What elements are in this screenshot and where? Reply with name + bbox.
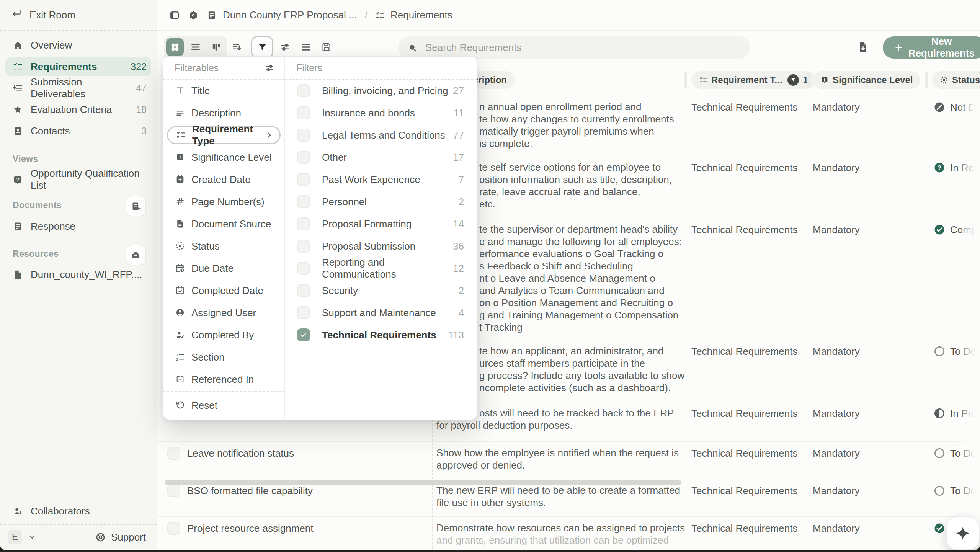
- new-requirements-button[interactable]: + New Requirements: [883, 36, 980, 59]
- filterable-section[interactable]: 12 Section: [163, 346, 284, 368]
- filterable-due-date[interactable]: Due Date: [163, 257, 284, 279]
- sort-button[interactable]: [228, 38, 246, 56]
- column-header-requirement-type[interactable]: Requirement T... 1: [691, 71, 816, 89]
- checkbox-checked[interactable]: [297, 328, 310, 341]
- status-todo-icon: [934, 346, 945, 357]
- status-in-progress-icon: [934, 408, 945, 419]
- row-checkbox[interactable]: [167, 522, 180, 535]
- filterables-title: Filterables: [175, 62, 219, 73]
- row-checkbox[interactable]: [167, 447, 180, 460]
- requirements-count: 322: [131, 61, 147, 72]
- filter-option-proposal-submission[interactable]: Proposal Submission 36: [285, 235, 477, 257]
- table-row[interactable]: Leave notification status Show how the e…: [157, 442, 980, 479]
- filterable-assigned-user[interactable]: Assigned User: [163, 302, 284, 324]
- support-button[interactable]: Support: [95, 531, 146, 543]
- checklist-icon: [699, 76, 707, 84]
- sidebar-item-evaluation-criteria[interactable]: Evaluation Criteria 18: [5, 100, 151, 119]
- filter-option-support-maintenance[interactable]: Support and Maintenance 4: [285, 302, 477, 324]
- add-document-button[interactable]: [126, 196, 146, 216]
- checkbox-unchecked[interactable]: [297, 195, 310, 208]
- checkbox-unchecked[interactable]: [297, 151, 310, 164]
- ai-assistant-button[interactable]: [946, 517, 979, 550]
- filter-option-security[interactable]: Security 2: [285, 279, 477, 302]
- filter-option-insurance[interactable]: Insurance and bonds 11: [285, 102, 477, 124]
- row-checkbox[interactable]: [167, 484, 180, 497]
- filter-option-technical-requirements[interactable]: Technical Requirements 113: [285, 324, 477, 346]
- status-cell[interactable]: To Do: [924, 345, 980, 358]
- filter-option-billing[interactable]: Billing, invoicing, and Pricing 27: [285, 80, 477, 102]
- filterable-requirement-type[interactable]: Requirement Type: [167, 126, 281, 144]
- upload-resource-button[interactable]: [126, 245, 146, 265]
- numbered-list-icon: 12: [175, 352, 185, 362]
- list-view-button[interactable]: [187, 38, 204, 56]
- sidebar-item-submission-deliverables[interactable]: Submission Deliverables 47: [5, 79, 151, 97]
- column-separator[interactable]: [684, 72, 687, 88]
- sidebar-item-overview[interactable]: Overview: [5, 36, 151, 54]
- reset-filters-button[interactable]: Reset: [163, 394, 284, 416]
- status-cell[interactable]: In Progress: [924, 407, 980, 420]
- filterable-description[interactable]: Description: [163, 102, 284, 124]
- filterable-completed-by[interactable]: Completed By: [163, 324, 284, 346]
- status-cell[interactable]: To Do: [924, 484, 980, 497]
- checkbox-unchecked[interactable]: [297, 240, 310, 253]
- checkbox-unchecked[interactable]: [297, 262, 310, 275]
- checkbox-unchecked[interactable]: [297, 173, 310, 186]
- reset-icon: [175, 400, 185, 410]
- row-height-button[interactable]: [297, 38, 315, 56]
- sidebar-item-rfp-file[interactable]: Dunn_county_WI_RFP....: [5, 265, 151, 284]
- status-cell[interactable]: To Do: [924, 447, 980, 460]
- filterable-status[interactable]: Status: [163, 235, 284, 257]
- column-separator[interactable]: [925, 72, 928, 88]
- sliders-icon[interactable]: [265, 63, 274, 73]
- status-cell[interactable]: Not Doing: [924, 101, 980, 114]
- grid-view-button[interactable]: [166, 38, 184, 56]
- status-cell[interactable]: ? In Review: [924, 161, 980, 174]
- filterable-document-source[interactable]: Document Source: [163, 213, 284, 235]
- filterable-referenced-in[interactable]: Referenced In: [163, 368, 284, 390]
- exit-room-button[interactable]: Exit Room: [0, 0, 157, 30]
- filter-option-legal[interactable]: Legal Terms and Conditions 77: [285, 124, 477, 146]
- checkbox-unchecked[interactable]: [297, 84, 310, 97]
- column-separator[interactable]: [807, 72, 810, 88]
- plus-icon: +: [895, 41, 902, 54]
- filter-option-proposal-formatting[interactable]: Proposal Formatting 14: [285, 213, 477, 235]
- filter-button-active[interactable]: [251, 36, 273, 58]
- filterable-significance-level[interactable]: Significance Level: [163, 146, 284, 168]
- sidebar-item-contacts[interactable]: Contacts 3: [5, 122, 151, 140]
- calendar-clock-icon: [175, 263, 185, 273]
- search-input[interactable]: [425, 41, 750, 54]
- save-view-button[interactable]: [318, 38, 335, 56]
- breadcrumb-room-title[interactable]: Dunn County ERP Proposal ...: [223, 9, 357, 21]
- filterable-title[interactable]: Title: [163, 80, 284, 102]
- status-cell[interactable]: Completed: [924, 223, 980, 236]
- filterable-page-numbers[interactable]: Page Number(s): [163, 191, 284, 213]
- user-circle-icon: [175, 308, 185, 318]
- sidebar-item-response[interactable]: Response: [5, 217, 151, 235]
- filter-option-other[interactable]: Other 17: [285, 146, 477, 168]
- sidebar-item-requirements[interactable]: Requirements 322: [5, 57, 151, 76]
- column-header-significance-level[interactable]: Significance Level: [813, 71, 920, 89]
- filterable-completed-date[interactable]: Completed Date: [163, 279, 284, 302]
- checkbox-unchecked[interactable]: [297, 284, 310, 297]
- user-menu[interactable]: E: [8, 530, 36, 544]
- checkbox-unchecked[interactable]: [297, 106, 310, 119]
- filterable-created-date[interactable]: Created Date: [163, 168, 284, 191]
- checkbox-unchecked[interactable]: [297, 217, 310, 230]
- checkbox-unchecked[interactable]: [297, 306, 310, 319]
- filter-option-reporting[interactable]: Reporting and Communications 12: [285, 257, 477, 279]
- horizontal-scrollbar[interactable]: [165, 480, 681, 485]
- table-row[interactable]: Project resource assignment Demonstrate …: [157, 517, 980, 550]
- filter-option-personnel[interactable]: Personnel 2: [285, 191, 477, 213]
- sidebar-toggle-icon[interactable]: [169, 10, 180, 21]
- filter-option-past-work[interactable]: Past Work Experience 7: [285, 168, 477, 191]
- settings-sliders-button[interactable]: [276, 38, 294, 56]
- kanban-icon: [211, 42, 221, 52]
- export-requirements-button[interactable]: [854, 38, 872, 56]
- sidebar-item-opportunity-qualification-list[interactable]: ? Opportunity Qualification List: [5, 170, 151, 189]
- column-header-status[interactable]: Status: [932, 71, 980, 89]
- kanban-view-button[interactable]: [207, 38, 225, 56]
- collaborators-button[interactable]: Collaborators: [5, 502, 151, 520]
- checkbox-unchecked[interactable]: [297, 129, 310, 142]
- requirements-checklist-icon: [375, 10, 385, 20]
- status-in-review-icon: ?: [934, 162, 945, 173]
